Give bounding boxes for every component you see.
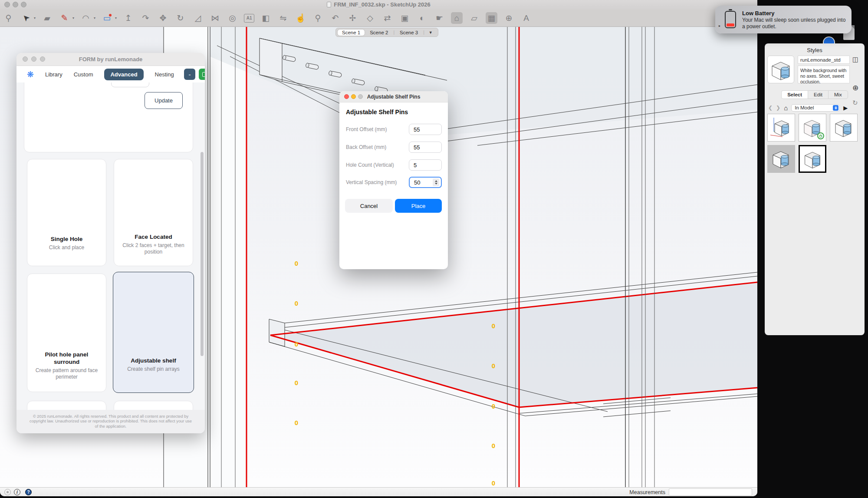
- document-proxy-icon: [327, 2, 331, 7]
- forward-arrow-icon[interactable]: ❯: [776, 105, 780, 111]
- style-thumb-plain[interactable]: [830, 114, 858, 142]
- zoom-extents-icon[interactable]: ✢: [347, 12, 358, 24]
- active-style-thumbnail[interactable]: [767, 56, 794, 83]
- style-thumb-clock[interactable]: ◷: [799, 114, 826, 142]
- stepper-icon[interactable]: [433, 178, 439, 186]
- secondary-pane-icon[interactable]: ◫: [852, 56, 858, 63]
- card-face-located[interactable]: Face Located Click 2 faces + target, the…: [114, 159, 193, 266]
- rotate-tool-icon[interactable]: ↻: [174, 12, 186, 24]
- notification-body: Your Mac will sleep soon unless plugged …: [742, 17, 846, 30]
- vertical-spacing-input[interactable]: 50: [409, 177, 442, 188]
- arc-caret-icon[interactable]: ▾: [94, 16, 95, 20]
- paint-bucket-icon[interactable]: ◧: [260, 12, 272, 24]
- form-panel-titlebar[interactable]: FORM by runLemonade: [16, 53, 205, 66]
- front-offset-input[interactable]: 55: [409, 124, 442, 135]
- line-caret-icon[interactable]: ▾: [72, 16, 74, 20]
- tab-mix[interactable]: Mix: [828, 90, 848, 99]
- layers-icon[interactable]: ▣: [399, 12, 411, 24]
- info-icon[interactable]: i: [14, 489, 20, 495]
- cancel-button[interactable]: Cancel: [345, 199, 393, 213]
- card-partial[interactable]: [27, 401, 106, 410]
- arc-tool-icon[interactable]: ◠: [80, 12, 92, 24]
- follow-me-icon[interactable]: ↷: [140, 12, 151, 24]
- offset-tool-icon[interactable]: ◎: [227, 12, 238, 24]
- eraser-tool-icon[interactable]: ▰: [41, 12, 53, 24]
- flip-along-icon[interactable]: ⇋: [277, 12, 289, 24]
- push-pull-icon[interactable]: ↥: [122, 12, 134, 24]
- scene-tab-1[interactable]: Scene 1: [338, 30, 365, 36]
- extension-box-icon[interactable]: ▦: [486, 12, 497, 24]
- card-pilot-hole[interactable]: Pilot hole panel surround Create pattern…: [27, 274, 106, 392]
- tab-select[interactable]: Select: [781, 90, 808, 99]
- window-titlebar[interactable]: FRM_INF_0032.skp - SketchUp 2026: [0, 0, 757, 10]
- home-icon[interactable]: ⌂: [784, 104, 788, 112]
- tab-advanced[interactable]: Advanced: [104, 69, 143, 80]
- card-adjustable-shelf[interactable]: Adjustable shelf Create shelf pin arrays: [113, 272, 194, 393]
- style-thumb-axes[interactable]: [767, 114, 795, 142]
- swap-icon[interactable]: ⇄: [381, 12, 393, 24]
- pan-tool-icon[interactable]: ☝: [295, 12, 306, 24]
- back-offset-input[interactable]: 55: [409, 142, 442, 153]
- scene-tab-3[interactable]: Scene 3: [395, 30, 422, 36]
- pin-marker: 0: [295, 260, 298, 267]
- help-icon[interactable]: ?: [25, 489, 32, 495]
- hand-cursor-icon[interactable]: ☛: [434, 12, 445, 24]
- dialog-titlebar[interactable]: Adjustable Shelf Pins: [339, 91, 448, 102]
- rectangle-caret-icon[interactable]: ▾: [115, 16, 117, 20]
- card-partial[interactable]: [114, 401, 193, 410]
- field-label: Hole Count (Vertical): [346, 162, 409, 168]
- low-battery-notification[interactable]: ▸ Low Battery Your Mac will sleep soon u…: [715, 6, 852, 33]
- zoom-tool-icon[interactable]: ⚲: [312, 12, 324, 24]
- search-icon[interactable]: ⚲: [3, 12, 14, 24]
- dimensions-tool-icon[interactable]: A1: [244, 14, 254, 23]
- line-tool-icon[interactable]: ✎: [59, 12, 70, 24]
- card-subtitle: Create pattern around face perimeter: [27, 366, 106, 380]
- details-arrow-icon[interactable]: ▶: [843, 105, 848, 111]
- partial-input[interactable]: [111, 82, 149, 87]
- component-icon[interactable]: ◇: [364, 12, 376, 24]
- expand-arrow-icon[interactable]: ▸: [719, 24, 720, 28]
- card-single-hole[interactable]: Single Hole Click and place: [27, 159, 106, 266]
- field-label: Front Offset (mm): [346, 126, 409, 132]
- 3d-text-icon[interactable]: A: [520, 12, 532, 24]
- measurements-input[interactable]: [669, 488, 752, 496]
- scale-tool-icon[interactable]: ◿: [192, 12, 204, 24]
- tab-edit[interactable]: Edit: [808, 90, 828, 99]
- collapse-button[interactable]: -: [184, 69, 195, 80]
- hole-count-input[interactable]: 5: [409, 159, 442, 171]
- match-photo-icon[interactable]: ◐: [416, 12, 428, 24]
- scene-tabs: Scene 1 Scene 2 | Scene 3 | ▼: [335, 28, 438, 37]
- select-tool-icon[interactable]: ➤: [17, 10, 34, 26]
- style-description-field[interactable]: White background with no axes. Short, sw…: [798, 66, 850, 83]
- pin-marker: 0: [492, 442, 495, 449]
- card-title: Single Hole: [45, 235, 89, 243]
- notification-title: Low Battery: [742, 10, 774, 16]
- look-around-icon[interactable]: ↶: [329, 12, 341, 24]
- tab-library[interactable]: Library: [45, 71, 62, 78]
- extension-house-icon[interactable]: ⌂: [451, 12, 463, 24]
- scene-tab-2[interactable]: Scene 2: [365, 30, 392, 36]
- rectangle-tool-icon[interactable]: ▭: [101, 12, 113, 24]
- flip-tool-icon[interactable]: ⋈: [209, 12, 221, 24]
- tab-custom[interactable]: Custom: [74, 71, 93, 78]
- update-button[interactable]: Update: [145, 92, 183, 109]
- geolocation-icon[interactable]: [4, 489, 11, 495]
- scrollbar[interactable]: [201, 152, 204, 356]
- collection-dropdown[interactable]: In Model: [791, 104, 840, 112]
- move-tool-icon[interactable]: ✥: [157, 12, 169, 24]
- soft-eraser-icon[interactable]: ▱: [468, 12, 480, 24]
- dialog-title: Adjustable Shelf Pins: [339, 94, 448, 100]
- style-thumb-selected[interactable]: [799, 145, 826, 173]
- axes-compass-icon[interactable]: ⊕: [503, 12, 515, 24]
- pin-marker: 0: [492, 479, 495, 487]
- scene-tab-separator: |: [423, 30, 424, 35]
- place-button[interactable]: Place: [395, 199, 442, 213]
- select-caret-icon[interactable]: ▾: [34, 16, 36, 20]
- back-arrow-icon[interactable]: ❮: [768, 105, 773, 111]
- green-action-button[interactable]: [199, 69, 205, 80]
- style-thumb-gray[interactable]: [767, 145, 795, 173]
- style-name-field[interactable]: runLemonade_std: [798, 56, 850, 64]
- selected-shelf-geometry[interactable]: [269, 272, 757, 417]
- tab-nesting[interactable]: Nesting: [155, 71, 174, 78]
- scene-tabs-dropdown[interactable]: ▼: [425, 30, 436, 35]
